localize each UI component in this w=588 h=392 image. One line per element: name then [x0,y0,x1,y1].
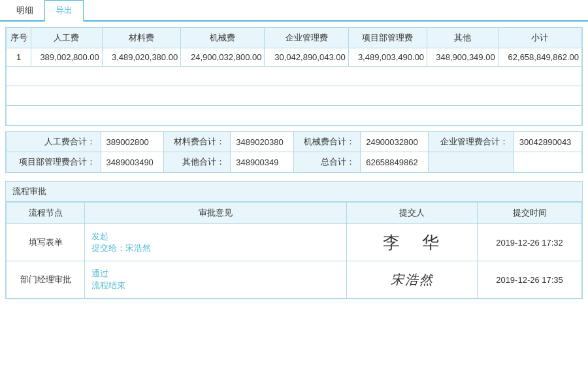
project-total-label: 项目部管理费合计： [7,152,101,172]
wf-opinion-line1-1: 发起 [91,231,340,242]
project-total-value: 3489003490 [101,152,163,172]
summary-row-1: 人工费合计： 389002800 材料费合计： 3489020380 机械费合计… [7,132,582,152]
col-header-project: 项目部管理费 [348,28,427,48]
col-header-other: 其他 [427,28,498,48]
machine-total-label: 机械费合计： [293,132,360,152]
wf-col-opinion: 审批意见 [85,203,347,224]
workflow-table: 流程节点 审批意见 提交人 提交时间 填写表单 发起 提交给：宋浩然 李 华 2… [6,202,582,299]
tab-mingxi[interactable]: 明细 [5,0,44,22]
wf-col-time: 提交时间 [478,203,582,224]
workflow-title: 流程审批 [6,182,582,202]
machine-total-value: 24900032800 [361,132,429,152]
table-row: 1 389,002,800.00 3,489,020,380.00 24,900… [7,48,582,67]
workflow-section: 流程审批 流程节点 审批意见 提交人 提交时间 填写表单 发起 提交给：宋浩然 … [5,181,583,299]
col-header-machine: 机械费 [181,28,265,48]
cell-labor: 389,002,800.00 [31,48,103,67]
tab-bar: 明细 导出 [0,0,588,22]
cell-enterprise: 30,042,890,043.00 [265,48,348,67]
cell-seq: 1 [7,48,31,67]
table-row-empty2 [7,86,582,106]
summary-row-2: 项目部管理费合计： 3489003490 其他合计： 348900349 总合计… [7,152,582,172]
grand-total-value: 62658849862 [361,152,429,172]
wf-opinion-1: 发起 提交给：宋浩然 [85,224,347,261]
wf-col-submitter: 提交人 [347,203,478,224]
table-row-empty3 [7,106,582,125]
wf-submitter-2: 宋浩然 [347,261,478,299]
enterprise-total-value: 30042890043 [514,132,581,152]
cell-subtotal: 62,658,849,862.00 [498,48,581,67]
wf-time-1: 2019-12-26 17:32 [478,224,582,261]
labor-total-label: 人工费合计： [7,132,101,152]
cell-machine: 24,900,032,800.00 [181,48,265,67]
main-table-section: 序号 人工费 材料费 机械费 企业管理费 项目部管理费 其他 小计 1 389,… [5,27,583,126]
other-total-value: 348900349 [231,152,293,172]
data-table: 序号 人工费 材料费 机械费 企业管理费 项目部管理费 其他 小计 1 389,… [6,27,582,125]
empty-label [429,152,514,172]
signature-2: 宋浩然 [353,271,470,289]
col-header-labor: 人工费 [31,28,103,48]
cell-other: 348,900,349.00 [427,48,498,67]
summary-table: 人工费合计： 389002800 材料费合计： 3489020380 机械费合计… [6,131,582,172]
workflow-row-2: 部门经理审批 通过 流程结束 宋浩然 2019-12-26 17:35 [7,261,582,299]
col-header-subtotal: 小计 [498,28,581,48]
wf-opinion-line2-1: 提交给：宋浩然 [91,242,340,254]
tab-daochu[interactable]: 导出 [44,0,84,22]
wf-opinion-line1-2: 通过 [91,268,340,280]
cell-material: 3,489,020,380.00 [102,48,180,67]
material-total-value: 3489020380 [231,132,293,152]
summary-section: 人工费合计： 389002800 材料费合计： 3489020380 机械费合计… [5,131,583,173]
col-header-seq: 序号 [7,28,31,48]
signature-1: 李 华 [353,231,470,254]
labor-total-value: 389002800 [101,132,163,152]
wf-opinion-2: 通过 流程结束 [85,261,347,299]
enterprise-total-label: 企业管理费合计： [429,132,514,152]
wf-node-2: 部门经理审批 [7,261,85,299]
material-total-label: 材料费合计： [163,132,230,152]
col-header-material: 材料费 [102,28,180,48]
wf-node-1: 填写表单 [7,224,85,261]
wf-opinion-line2-2: 流程结束 [91,280,340,291]
other-total-label: 其他合计： [163,152,230,172]
wf-time-2: 2019-12-26 17:35 [478,261,582,299]
empty-value [514,152,581,172]
workflow-row-1: 填写表单 发起 提交给：宋浩然 李 华 2019-12-26 17:32 [7,224,582,261]
grand-total-label: 总合计： [293,152,360,172]
cell-project: 3,489,003,490.00 [348,48,427,67]
col-header-enterprise: 企业管理费 [265,28,348,48]
table-row-empty [7,67,582,86]
wf-submitter-1: 李 华 [347,224,478,261]
wf-col-node: 流程节点 [7,203,85,224]
